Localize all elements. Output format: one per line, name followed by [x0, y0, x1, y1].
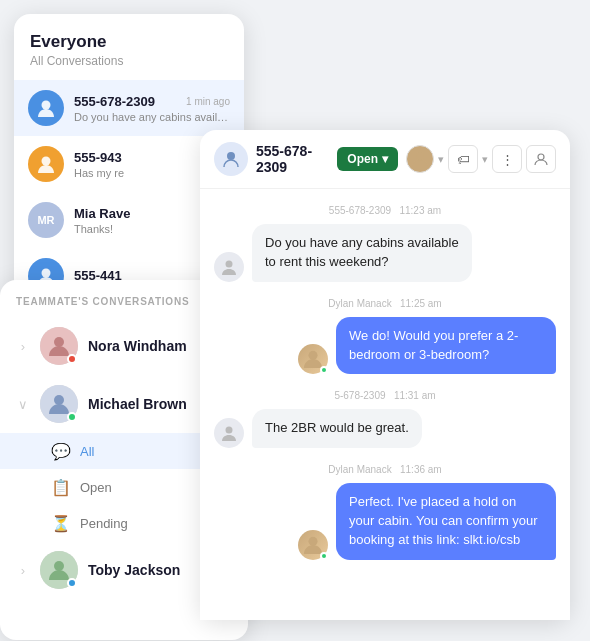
- message-row: We do! Would you prefer a 2-bedroom or 3…: [214, 317, 556, 375]
- message-group: Dylan Manack 11:36 amPerfect. I've place…: [214, 464, 556, 560]
- chat-panel: 555-678-2309 Open ▾ ▾ 🏷 ▾ ⋮ 555-678-2309…: [200, 130, 570, 620]
- message-bubble: Perfect. I've placed a hold on your cabi…: [336, 483, 556, 560]
- message-meta: Dylan Manack 11:36 am: [214, 464, 556, 475]
- message-bubble: Do you have any cabins available to rent…: [252, 224, 472, 282]
- everyone-header: Everyone All Conversations: [14, 14, 244, 74]
- chat-header-actions: ▾ 🏷 ▾ ⋮: [406, 145, 556, 173]
- contact-avatar-small: [214, 252, 244, 282]
- everyone-title: Everyone: [30, 32, 228, 52]
- message-meta: Dylan Manack 11:25 am: [214, 298, 556, 309]
- sub-item-icon: ⏳: [52, 514, 70, 532]
- svg-point-4: [54, 395, 64, 405]
- svg-point-3: [54, 337, 64, 347]
- convo-preview: Do you have any cabins available to rent…: [74, 111, 230, 123]
- svg-point-10: [308, 351, 317, 360]
- svg-point-8: [538, 154, 544, 160]
- convo-time: 1 min ago: [186, 96, 230, 107]
- message-group: 555-678-2309 11:23 am Do you have any ca…: [214, 205, 556, 282]
- agent-avatar-icon[interactable]: [406, 145, 434, 173]
- svg-point-9: [226, 260, 233, 267]
- open-status-button[interactable]: Open ▾: [337, 147, 398, 171]
- agent-online-dot: [320, 552, 328, 560]
- message-meta: 5-678-2309 11:31 am: [214, 390, 556, 401]
- agent-avatar-msg: [298, 530, 328, 560]
- svg-point-2: [42, 269, 51, 278]
- teammate-name: Michael Brown: [88, 396, 187, 412]
- svg-point-5: [54, 561, 64, 571]
- teammate-chevron-icon: ›: [14, 339, 32, 354]
- chat-contact-avatar: [214, 142, 248, 176]
- message-row: Do you have any cabins available to rent…: [214, 224, 556, 282]
- message-group: 5-678-2309 11:31 am The 2BR would be gre…: [214, 390, 556, 448]
- message-bubble: We do! Would you prefer a 2-bedroom or 3…: [336, 317, 556, 375]
- teammate-avatar: [40, 327, 78, 365]
- everyone-subtitle: All Conversations: [30, 54, 228, 68]
- message-meta: 555-678-2309 11:23 am: [214, 205, 556, 216]
- message-group: Dylan Manack 11:25 amWe do! Would you pr…: [214, 298, 556, 375]
- chat-messages: 555-678-2309 11:23 am Do you have any ca…: [200, 189, 570, 620]
- teammate-name: Toby Jackson: [88, 562, 180, 578]
- svg-point-7: [416, 152, 424, 160]
- message-row: Perfect. I've placed a hold on your cabi…: [214, 483, 556, 560]
- tag-icon-btn[interactable]: 🏷: [448, 145, 478, 173]
- convo-avatar: MR: [28, 202, 64, 238]
- agent-avatar-msg: [298, 344, 328, 374]
- svg-point-6: [227, 152, 235, 160]
- convo-avatar: [28, 146, 64, 182]
- message-bubble: The 2BR would be great.: [252, 409, 422, 448]
- convo-avatar: [28, 90, 64, 126]
- svg-point-12: [308, 537, 317, 546]
- contact-avatar-small: [214, 418, 244, 448]
- agent-online-dot: [320, 366, 328, 374]
- chat-header: 555-678-2309 Open ▾ ▾ 🏷 ▾ ⋮: [200, 130, 570, 189]
- teammate-avatar: [40, 385, 78, 423]
- convo-name: 555-678-2309: [74, 94, 155, 109]
- svg-point-11: [226, 427, 233, 434]
- teammate-name: Nora Windham: [88, 338, 187, 354]
- chat-contact-name: 555-678-2309: [256, 143, 329, 175]
- convo-info: 555-678-2309 1 min ago Do you have any c…: [74, 94, 230, 123]
- convo-name: 555-943: [74, 150, 122, 165]
- more-options-button[interactable]: ⋮: [492, 145, 522, 173]
- teammate-avatar: [40, 551, 78, 589]
- sub-item-icon: 💬: [52, 442, 70, 460]
- teammate-chevron-icon: ›: [14, 563, 32, 578]
- sub-item-icon: 📋: [52, 478, 70, 496]
- teammate-chevron-icon: ∨: [14, 397, 32, 412]
- svg-point-1: [42, 157, 51, 166]
- conversation-item[interactable]: 555-678-2309 1 min ago Do you have any c…: [14, 80, 244, 136]
- assign-agent-button[interactable]: [526, 145, 556, 173]
- svg-point-0: [42, 101, 51, 110]
- convo-name: Mia Rave: [74, 206, 130, 221]
- message-row: The 2BR would be great.: [214, 409, 556, 448]
